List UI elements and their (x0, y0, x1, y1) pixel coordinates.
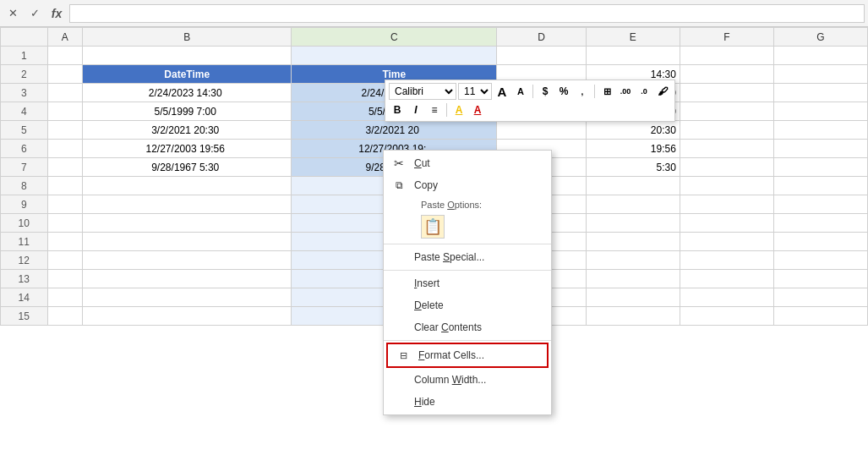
cell-g2[interactable] (773, 65, 867, 84)
currency-button[interactable]: $ (537, 83, 554, 100)
cell-g7[interactable] (773, 158, 867, 177)
cell-f7[interactable] (680, 158, 773, 177)
cell-e7[interactable]: 5:30 (586, 158, 680, 177)
increase-decimal-button[interactable]: .00 (617, 83, 634, 100)
column-header-row: A B C D E F G (1, 28, 868, 47)
cell-a3[interactable] (47, 84, 83, 102)
menu-separator-1 (384, 244, 551, 244)
borders-button[interactable]: ⊞ (598, 83, 615, 100)
increase-font-button[interactable]: A (494, 83, 510, 100)
function-button[interactable]: fx (47, 4, 66, 23)
context-menu-cut[interactable]: ✂ Cut (384, 152, 551, 174)
context-menu-column-width[interactable]: Column Width... (384, 369, 551, 391)
confirm-button[interactable]: ✓ (25, 4, 44, 23)
cell-a6[interactable] (47, 140, 83, 158)
highlight-color-button[interactable]: A (450, 102, 467, 118)
cell-e6[interactable]: 19:56 (586, 140, 680, 158)
context-menu-hide[interactable]: Hide (384, 391, 551, 413)
cell-b4[interactable]: 5/5/1999 7:00 (83, 102, 292, 121)
formula-input[interactable] (69, 4, 865, 23)
paste-icon-1[interactable]: 📋 (421, 215, 445, 239)
cell-c1[interactable] (292, 47, 497, 65)
mini-formatting-toolbar: Calibri 11 A A $ % , ⊞ .00 .0 🖌 B I ≡ A … (385, 80, 675, 122)
cell-b3[interactable]: 2/24/2023 14:30 (83, 84, 292, 102)
cell-a1[interactable] (47, 47, 83, 65)
cell-f6[interactable] (680, 140, 773, 158)
cell-b6[interactable]: 12/27/2003 19:56 (83, 140, 292, 158)
cut-icon: ✂ (390, 156, 407, 170)
cell-d1[interactable] (497, 47, 587, 65)
copy-label: Copy (414, 179, 438, 191)
row-num: 6 (1, 140, 48, 158)
row-num: 3 (1, 84, 48, 102)
cell-g6[interactable] (773, 140, 867, 158)
cell-g3[interactable] (773, 84, 867, 102)
cell-g4[interactable] (773, 102, 867, 121)
cell-d5[interactable] (497, 121, 587, 140)
decrease-decimal-button[interactable]: .0 (636, 83, 652, 100)
cell-a2[interactable] (47, 65, 83, 84)
sheet-container: A B C D E F G 1 (0, 27, 868, 461)
col-header-c[interactable]: C (292, 28, 497, 47)
cancel-button[interactable]: ✕ (3, 4, 22, 23)
cell-f2[interactable] (680, 65, 773, 84)
italic-button[interactable]: I (407, 102, 424, 118)
menu-separator-2 (384, 270, 551, 271)
font-size-select[interactable]: 11 (458, 83, 492, 100)
col-header-f[interactable]: F (680, 28, 773, 47)
format-cells-label: Format Cells... (418, 349, 484, 361)
paste-special-label: Paste Special... (414, 251, 484, 263)
cell-c5[interactable]: 3/2/2021 20 (292, 121, 497, 140)
format-cells-icon: ⊟ (395, 350, 412, 361)
percent-button[interactable]: % (555, 83, 572, 100)
context-menu: ✂ Cut ⧉ Copy Paste Options: 📋 Paste Spec… (383, 150, 552, 415)
cell-g1[interactable] (773, 47, 867, 65)
corner-cell (1, 28, 48, 47)
cell-a7[interactable] (47, 158, 83, 177)
table-row: 5 3/2/2021 20:30 3/2/2021 20 20:30 (1, 121, 868, 140)
bold-button[interactable]: B (389, 102, 406, 118)
cell-b7[interactable]: 9/28/1967 5:30 (83, 158, 292, 177)
row-num: 4 (1, 102, 48, 121)
cell-a4[interactable] (47, 102, 83, 121)
col-header-g[interactable]: G (773, 28, 867, 47)
copy-icon: ⧉ (390, 179, 407, 191)
paint-format-button[interactable]: 🖌 (654, 83, 671, 100)
cell-e5[interactable]: 20:30 (586, 121, 680, 140)
context-menu-format-cells-wrapper: ⊟ Format Cells... (386, 343, 549, 368)
col-header-b[interactable]: B (83, 28, 292, 47)
separator-2 (594, 85, 595, 98)
col-header-e[interactable]: E (586, 28, 680, 47)
context-menu-paste-special[interactable]: Paste Special... (384, 246, 551, 268)
cell-f3[interactable] (680, 84, 773, 102)
cell-b2[interactable]: DateTime (83, 65, 292, 84)
context-menu-clear-contents[interactable]: Clear Contents (384, 316, 551, 338)
align-button[interactable]: ≡ (426, 102, 443, 118)
cell-e1[interactable] (586, 47, 680, 65)
context-menu-format-cells[interactable]: ⊟ Format Cells... (388, 344, 547, 366)
font-color-button[interactable]: A (469, 102, 486, 118)
cell-f1[interactable] (680, 47, 773, 65)
cell-b5[interactable]: 3/2/2021 20:30 (83, 121, 292, 140)
cell-f4[interactable] (680, 102, 773, 121)
toolbar-row-1: Calibri 11 A A $ % , ⊞ .00 .0 🖌 (389, 83, 671, 100)
formula-bar: ✕ ✓ fx (0, 0, 868, 27)
cell-b1[interactable] (83, 47, 292, 65)
decrease-font-button[interactable]: A (512, 83, 529, 100)
font-family-select[interactable]: Calibri (389, 83, 456, 100)
context-menu-insert[interactable]: Insert (384, 272, 551, 294)
insert-label: Insert (414, 277, 439, 289)
row-num: 1 (1, 47, 48, 65)
context-menu-delete[interactable]: Delete (384, 294, 551, 316)
row-num: 5 (1, 121, 48, 140)
cell-g5[interactable] (773, 121, 867, 140)
row-num: 7 (1, 158, 48, 177)
comma-button[interactable]: , (574, 83, 591, 100)
context-menu-copy[interactable]: ⧉ Copy (384, 174, 551, 196)
cell-a5[interactable] (47, 121, 83, 140)
col-header-a[interactable]: A (47, 28, 83, 47)
paste-options-header: Paste Options: (390, 198, 551, 211)
col-header-d[interactable]: D (497, 28, 587, 47)
toolbar-row-2: B I ≡ A A (389, 102, 671, 118)
cell-f5[interactable] (680, 121, 773, 140)
